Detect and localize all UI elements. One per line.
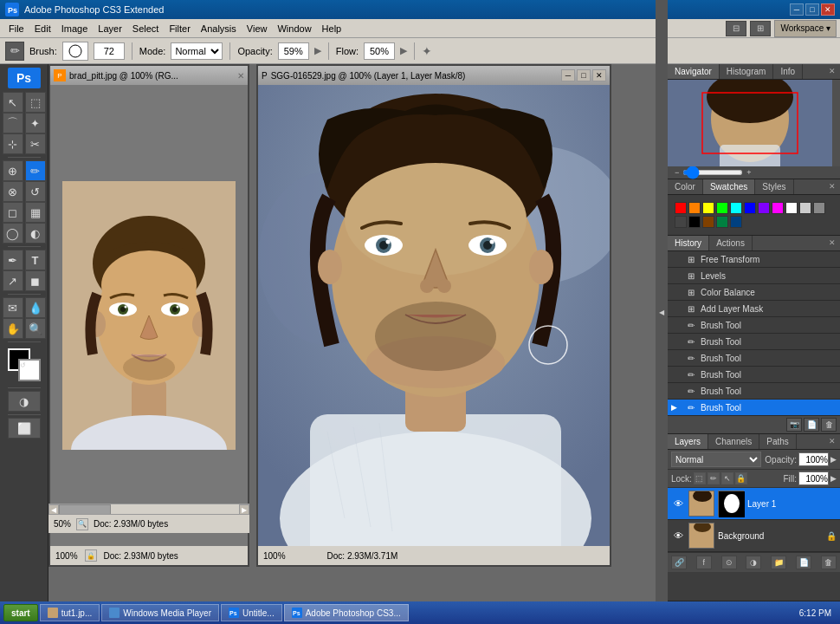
swatch-item[interactable] [730,216,742,228]
swatch-item[interactable] [758,202,770,214]
lasso-tool[interactable]: ⌒ [3,113,23,133]
swatch-item[interactable] [813,202,825,214]
swatch-item[interactable] [716,202,728,214]
history-item-1[interactable]: ▶⊞Levels [668,268,840,284]
screen-mode-btn[interactable]: ⬜ [8,418,41,439]
brush-tool-icon[interactable]: ✏ [5,42,24,61]
tab-layers[interactable]: Layers [668,434,708,449]
swatch-item[interactable] [716,216,728,228]
move-tool[interactable]: ↖ [3,92,23,113]
doc-right-max[interactable]: □ [577,69,591,81]
layer-link-btn[interactable]: 🔗 [671,556,687,569]
history-item-7[interactable]: ▶✏Brush Tool [668,367,840,383]
tab-histogram[interactable]: Histogram [720,64,774,79]
maximize-button[interactable]: □ [805,3,819,16]
flow-arrow[interactable]: ▶ [400,45,407,56]
eyedropper-tool[interactable]: 💧 [25,297,46,318]
opacity-value-input[interactable]: 100% [798,452,829,466]
swatch-item[interactable] [799,202,811,214]
doc-left-hscroll[interactable]: ◀ ▶ [48,504,249,514]
flow-input[interactable]: 50% [364,42,395,60]
swatch-item[interactable] [730,202,742,214]
swatch-item[interactable] [772,202,784,214]
fill-arrow-icon[interactable]: ▶ [830,474,837,483]
mode-select[interactable]: Normal Multiply Screen [171,42,223,60]
tab-color[interactable]: Color [668,179,703,194]
tab-navigator[interactable]: Navigator [668,64,720,79]
close-button[interactable]: ✕ [821,3,835,16]
menu-help[interactable]: Help [317,19,347,37]
color-panel-close[interactable]: ✕ [824,179,840,194]
menu-edit[interactable]: Edit [29,19,56,37]
quick-mask-btn[interactable]: ◑ [8,391,41,412]
history-item-3[interactable]: ▶⊞Add Layer Mask [668,301,840,317]
menu-view[interactable]: View [242,19,273,37]
delete-history-btn[interactable]: 🗑 [821,418,837,432]
airbrush-icon[interactable]: ✦ [422,44,432,58]
taskbar-item-1[interactable]: Windows Media Player [101,604,219,621]
healing-tool[interactable]: ⊕ [3,160,23,181]
nav-zoom-slider[interactable] [682,170,743,175]
nav-zoom-in[interactable]: + [746,168,751,177]
doc-right-min[interactable]: ─ [561,69,575,81]
history-item-9[interactable]: ▶✏Brush Tool [668,400,840,416]
opacity-input[interactable]: 59% [278,42,309,60]
eraser-tool[interactable]: ◻ [3,202,23,223]
history-item-2[interactable]: ▶⊞Color Balance [668,284,840,301]
swatch-item[interactable] [702,216,714,228]
crop-tool[interactable]: ⊹ [3,133,23,154]
bridge-icon[interactable]: ⊞ [750,21,771,36]
layers-panel-close[interactable]: ✕ [824,434,840,449]
swatch-item[interactable] [688,202,701,214]
doc-left-close[interactable]: ✕ [237,71,244,81]
tab-history[interactable]: History [668,236,709,250]
history-item-4[interactable]: ▶✏Brush Tool [668,317,840,334]
magic-wand-tool[interactable]: ✦ [25,113,46,133]
history-item-5[interactable]: ▶✏Brush Tool [668,334,840,350]
swatch-item[interactable] [675,202,687,214]
history-panel-close[interactable]: ✕ [824,236,840,250]
opacity-arrow-icon[interactable]: ▶ [830,455,837,464]
taskbar-item-3[interactable]: Ps Adobe Photoshop CS3... [284,604,409,621]
tab-styles[interactable]: Styles [755,179,793,194]
doc-right-close[interactable]: ✕ [592,69,606,81]
swatch-item[interactable] [785,202,798,214]
notes-tool[interactable]: ✉ [3,297,23,318]
background-eye[interactable]: 👁 [671,529,685,543]
reset-colors[interactable]: ↺ [20,361,26,369]
lock-brush-btn[interactable]: ✏ [708,472,720,484]
swatch-item[interactable] [702,202,714,214]
blur-tool[interactable]: ◯ [3,223,23,244]
lock-all-btn[interactable]: 🔒 [735,472,747,484]
history-item-0[interactable]: ▶⊞Free Transform [668,251,840,268]
path-selection-tool[interactable]: ↗ [3,270,23,291]
selection-tool[interactable]: ⬚ [25,92,46,113]
brush-size-input[interactable]: 72 [94,42,125,60]
tab-actions[interactable]: Actions [709,236,753,250]
tab-info[interactable]: Info [773,64,803,79]
new-snapshot-btn[interactable]: 📷 [786,418,802,432]
new-document-btn[interactable]: 📄 [804,418,819,432]
tab-channels[interactable]: Channels [708,434,759,449]
layer-delete-btn[interactable]: 🗑 [821,556,837,569]
menu-image[interactable]: Image [56,19,94,37]
layer-adjustment-btn[interactable]: ◑ [746,556,761,569]
layer-item-background[interactable]: 👁 Background 🔒 [668,520,840,552]
layer-group-btn[interactable]: 📁 [771,556,786,569]
clone-stamp-tool[interactable]: ⊗ [3,181,23,202]
menu-layer[interactable]: Layer [93,19,127,37]
zoom-lock-icon[interactable]: 🔒 [85,549,97,562]
shape-tool[interactable]: ◼ [25,270,46,291]
history-item-6[interactable]: ▶✏Brush Tool [668,350,840,367]
lock-move-btn[interactable]: ↖ [721,472,733,484]
layer-new-btn[interactable]: 📄 [796,556,811,569]
menu-select[interactable]: Select [127,19,165,37]
layer-mask-btn[interactable]: ⊙ [721,556,737,569]
layer1-eye[interactable]: 👁 [671,497,685,510]
nav-zoom-out[interactable]: − [675,168,679,177]
history-brush-tool[interactable]: ↺ [25,181,46,202]
lock-transparent-btn[interactable]: ⬚ [694,472,706,484]
menu-window[interactable]: Window [272,19,316,37]
zoom-tool[interactable]: 🔍 [25,318,46,339]
zoom-icon-2[interactable]: 🔍 [76,518,88,530]
